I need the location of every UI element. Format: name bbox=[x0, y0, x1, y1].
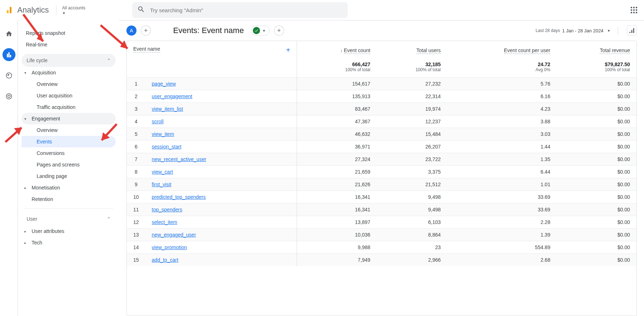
table-row: 3view_item_list83,46719,9744.23$0.00 bbox=[127, 103, 636, 115]
rail-home[interactable] bbox=[3, 27, 15, 40]
rail-reports[interactable] bbox=[3, 48, 15, 61]
apps-icon[interactable] bbox=[630, 6, 638, 14]
row-per-user: 6.44 bbox=[447, 166, 557, 178]
logo: Analytics bbox=[6, 5, 49, 15]
sidebar-eng-pages[interactable]: Pages and screens bbox=[22, 159, 116, 170]
chevron-down-icon: ▼ bbox=[262, 29, 266, 33]
sidebar-engagement[interactable]: ▾ Engagement bbox=[22, 113, 116, 124]
sidebar-retention[interactable]: Retention bbox=[22, 193, 116, 205]
events-table-wrap: Event name + ↓Event count Total users Ev… bbox=[126, 41, 637, 316]
row-per-user: 6.16 bbox=[447, 90, 557, 103]
sidebar-eng-overview[interactable]: Overview bbox=[22, 124, 116, 136]
event-link[interactable]: new_engaged_user bbox=[152, 232, 196, 238]
account-switcher[interactable]: All accounts ▼ bbox=[56, 5, 85, 15]
row-revenue: $0.00 bbox=[557, 216, 636, 229]
event-link[interactable]: view_item_list bbox=[152, 106, 183, 112]
row-users: 27,232 bbox=[377, 78, 447, 90]
event-link[interactable]: add_to_cart bbox=[152, 257, 179, 263]
event-link[interactable]: predicted_top_spenders bbox=[152, 194, 206, 200]
col-revenue[interactable]: Total revenue bbox=[557, 41, 636, 59]
row-index: 4 bbox=[127, 115, 145, 128]
caret-right-icon: ▸ bbox=[24, 229, 28, 233]
row-index: 7 bbox=[127, 153, 145, 166]
sidebar-eng-conversions[interactable]: Conversions bbox=[22, 147, 116, 159]
event-link[interactable]: page_view bbox=[152, 81, 176, 87]
row-users: 19,974 bbox=[377, 103, 447, 115]
row-count: 154,617 bbox=[297, 78, 377, 90]
col-per-user[interactable]: Event count per user bbox=[447, 41, 557, 59]
row-revenue: $0.00 bbox=[557, 103, 636, 115]
rail-advertising[interactable] bbox=[3, 90, 15, 103]
row-event-name: page_view bbox=[145, 78, 297, 90]
sidebar-user-head[interactable]: User ⌃ bbox=[22, 212, 116, 225]
sidebar-eng-landing[interactable]: Landing page bbox=[22, 170, 116, 182]
event-link[interactable]: view_item bbox=[152, 131, 174, 137]
table-row: 15add_to_cart7,9492,9662.68$0.00 bbox=[127, 254, 636, 266]
insights-button[interactable] bbox=[627, 26, 637, 36]
search-input[interactable] bbox=[150, 7, 343, 13]
svg-rect-7 bbox=[636, 9, 637, 11]
sidebar-acq-user[interactable]: User acquisition bbox=[22, 90, 116, 101]
event-link[interactable]: session_start bbox=[152, 144, 181, 150]
row-event-name: add_to_cart bbox=[145, 254, 297, 266]
event-link[interactable]: top_spenders bbox=[152, 207, 182, 212]
row-users: 9,498 bbox=[377, 191, 447, 203]
report-sidebar: Reports snapshot Real-time Life cycle ⌃ … bbox=[18, 20, 119, 316]
svg-rect-0 bbox=[7, 10, 9, 13]
add-segment-button[interactable]: + bbox=[141, 26, 151, 36]
row-per-user: 3.03 bbox=[447, 128, 557, 141]
sidebar-acq-traffic[interactable]: Traffic acquisition bbox=[22, 101, 116, 113]
event-link[interactable]: first_visit bbox=[152, 182, 171, 187]
col-event-name[interactable]: Event name + bbox=[127, 41, 297, 59]
table-row: 5view_item46,63215,4843.03$0.00 bbox=[127, 128, 636, 141]
sidebar-acq-overview[interactable]: Overview bbox=[22, 78, 116, 90]
row-per-user: 1.01 bbox=[447, 178, 557, 191]
segment-badge-a[interactable]: A bbox=[126, 26, 136, 36]
row-event-name: new_recent_active_user bbox=[145, 153, 297, 166]
row-users: 15,484 bbox=[377, 128, 447, 141]
sidebar-monetisation[interactable]: ▸ Monetisation bbox=[22, 182, 116, 193]
event-link[interactable]: new_recent_active_user bbox=[152, 156, 207, 162]
col-total-users[interactable]: Total users bbox=[377, 41, 447, 59]
row-per-user: 554.89 bbox=[447, 241, 557, 254]
event-link[interactable]: view_promotion bbox=[152, 244, 187, 250]
total-users: 32,185 bbox=[383, 61, 441, 67]
row-count: 27,324 bbox=[297, 153, 377, 166]
chevron-down-icon: ▼ bbox=[62, 11, 66, 15]
filter-chip-status[interactable]: ▼ bbox=[251, 26, 270, 36]
row-count: 135,913 bbox=[297, 90, 377, 103]
row-count: 36,971 bbox=[297, 141, 377, 153]
row-count: 47,367 bbox=[297, 115, 377, 128]
sidebar-eng-events[interactable]: Events bbox=[22, 136, 116, 147]
sidebar-lifecycle-label: Life cycle bbox=[27, 58, 47, 63]
add-filter-button[interactable]: + bbox=[274, 26, 284, 36]
svg-rect-3 bbox=[633, 7, 635, 8]
row-event-name: top_spenders bbox=[145, 203, 297, 216]
sidebar-acquisition[interactable]: ▾ Acquisition bbox=[22, 67, 116, 78]
col-event-count[interactable]: ↓Event count bbox=[297, 41, 377, 59]
row-index: 13 bbox=[127, 229, 145, 241]
rail-explore[interactable] bbox=[3, 69, 15, 82]
date-range-picker[interactable]: Last 28 days 1 Jan - 28 Jan 2024 ▼ bbox=[536, 28, 611, 33]
search-bar[interactable] bbox=[132, 2, 348, 18]
row-event-name: first_visit bbox=[145, 178, 297, 191]
sidebar-reports-snapshot[interactable]: Reports snapshot bbox=[22, 27, 116, 39]
row-revenue: $0.00 bbox=[557, 178, 636, 191]
sidebar-realtime[interactable]: Real-time bbox=[22, 39, 116, 50]
add-dimension-button[interactable]: + bbox=[286, 46, 290, 54]
total-count: 666,427 bbox=[304, 61, 370, 67]
analytics-logo-icon bbox=[6, 6, 14, 14]
row-per-user: 1.44 bbox=[447, 141, 557, 153]
sidebar-lifecycle-head[interactable]: Life cycle ⌃ bbox=[22, 54, 116, 67]
event-link[interactable]: select_item bbox=[152, 219, 177, 225]
sidebar-user-attributes[interactable]: ▸ User attributes bbox=[22, 225, 116, 237]
svg-rect-5 bbox=[631, 9, 632, 11]
sidebar-retention-label: Retention bbox=[32, 196, 53, 202]
event-link[interactable]: view_cart bbox=[152, 169, 173, 175]
sidebar-tech[interactable]: ▸ Tech bbox=[22, 237, 116, 248]
total-revenue: $79,827.50 bbox=[563, 61, 630, 67]
row-index: 5 bbox=[127, 128, 145, 141]
row-users: 23,722 bbox=[377, 153, 447, 166]
event-link[interactable]: user_engagement bbox=[152, 93, 193, 99]
event-link[interactable]: scroll bbox=[152, 119, 164, 124]
